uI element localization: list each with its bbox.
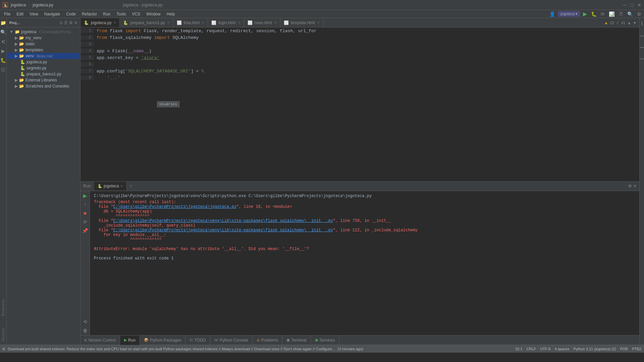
minimize-button[interactable]: ─ (623, 2, 627, 8)
account-button[interactable]: jogoteca ▾ (558, 11, 580, 17)
settings-icon[interactable]: ⚙ (636, 11, 643, 17)
tree-item-venv[interactable]: ▶ 📂 venv library root (7, 53, 80, 59)
tree-item-jogoteca-py[interactable]: 🐍 jogoteca.py (7, 59, 80, 65)
tree-item-my_venv[interactable]: ▶ 📂 my_venv (7, 35, 80, 41)
bookmarks-label[interactable]: Bookmarks (0, 298, 6, 317)
menu-file[interactable]: File (1, 11, 13, 17)
debug-icon[interactable]: 🐛 (590, 11, 598, 17)
search-icon[interactable]: 🔍 (626, 11, 634, 17)
tab-close[interactable]: ✕ (274, 21, 277, 24)
svg-text:🐍: 🐍 (4, 3, 8, 7)
run-settings-icon[interactable]: ⚙ (628, 184, 632, 188)
run-trash-icon[interactable]: 🗑 (82, 327, 88, 334)
run-stop-icon[interactable]: ■ (83, 210, 87, 217)
run-config-icon[interactable]: ⟳ (599, 11, 606, 17)
menu-view[interactable]: View (27, 11, 41, 17)
collapse-icon[interactable]: ▼ (633, 21, 637, 25)
tree-item-external[interactable]: ▶ 📂 External Libraries (7, 77, 80, 83)
run-up-icon[interactable]: ↑ (83, 201, 87, 208)
run-play-icon[interactable]: ▶ (83, 192, 88, 199)
tab-python-console[interactable]: ≫ Python Console (210, 336, 253, 345)
tree-settings-icon[interactable]: ⚙ (69, 20, 73, 25)
find-icon[interactable]: 🔍 (0, 29, 7, 36)
expand-icon[interactable]: ▲ (627, 21, 631, 25)
menu-edit[interactable]: Edit (14, 11, 26, 17)
user-icon[interactable]: 👤 (548, 11, 556, 17)
run-panel: Run: 🐍 jogoteca ✕ + ⚙ ✕ ▶ ↑ (80, 181, 639, 336)
run-pin-icon[interactable]: 📌 (82, 227, 89, 234)
project-icon[interactable]: 📁 (0, 19, 7, 26)
tab-todo[interactable]: ☑ TODO (185, 336, 210, 345)
tab-run[interactable]: ▶ Run (120, 336, 140, 345)
python-version[interactable]: Python 3.11 (jogoteca) (2) (573, 347, 616, 351)
tab-close[interactable]: ✕ (317, 21, 320, 24)
tree-item-scratches[interactable]: ▶ 📂 Scratches and Consoles (7, 83, 80, 89)
add-run-tab[interactable]: + (128, 183, 134, 189)
tab-close[interactable]: ✕ (202, 21, 204, 24)
tab-template-html[interactable]: ⬜ template.html ✕ (280, 18, 323, 27)
menu-window[interactable]: Window (144, 11, 163, 17)
menu-help[interactable]: Help (164, 11, 178, 17)
tab-python-packages[interactable]: 📦 Python Packages (140, 336, 185, 345)
right-sidebar-line2[interactable]: — (640, 34, 644, 38)
right-sidebar-line1[interactable]: | (641, 21, 642, 25)
tab-problems[interactable]: ⚠ Problems (253, 336, 283, 345)
menu-vcs[interactable]: VCS (129, 11, 143, 17)
tab-login-html[interactable]: ⬜ login.html ✕ (208, 18, 244, 27)
menu-run[interactable]: Run (100, 11, 113, 17)
menu-navigate[interactable]: Navigate (42, 11, 63, 17)
app-name: jogoteca (11, 3, 26, 7)
menu-tools[interactable]: Tools (114, 11, 128, 17)
run-tab-jogoteca[interactable]: 🐍 jogoteca ✕ (94, 182, 126, 190)
debug-sidebar-icon[interactable]: 🐛 (0, 57, 7, 64)
tree-item-prepara-banco-py[interactable]: 🐍 prepara_banco1.py (7, 71, 80, 77)
right-sidebar-line3[interactable]: — (640, 45, 644, 50)
line-number: 2 (80, 35, 94, 40)
run-rerun-icon[interactable]: ⟳ (83, 219, 88, 225)
run-icon[interactable]: ▶ (1, 48, 6, 54)
file-link-1[interactable]: C:\Users\gilbe\PycharmProjects\jogoteca\… (113, 204, 236, 209)
tab-close[interactable]: ✕ (113, 21, 116, 24)
tab-close[interactable]: ✕ (167, 21, 170, 24)
tab-terminal[interactable]: ▣ Terminal (282, 336, 311, 345)
tab-novo-html[interactable]: ⬜ novo.html ✕ (244, 18, 280, 27)
traceback-line3: ^^^^^^^^^^^^^^ (94, 214, 635, 219)
run-wrap-icon[interactable]: ⟲ (83, 318, 88, 325)
run-tab-close[interactable]: ✕ (120, 184, 123, 188)
tree-item-templates[interactable]: ▶ 📂 templates (7, 47, 80, 53)
tree-item-segredo-py[interactable]: 🐍 segredo.py (7, 65, 80, 71)
editor-content[interactable]: 1 from flask import Flask, render_templa… (80, 27, 639, 181)
todo-icon[interactable]: ☑ (0, 66, 6, 73)
code-content: from flask import Flask, render_template… (94, 28, 316, 34)
line-number: 5 (80, 55, 94, 60)
file-link-3[interactable]: C:\Users\gilbe\PycharmProjects\jogoteca\… (113, 228, 333, 233)
folder-icon: 📁 (15, 29, 20, 34)
tab-services[interactable]: ◉ Services (311, 336, 339, 345)
tab-lista-html[interactable]: ⬜ lista.html ✕ (173, 18, 208, 27)
vcs-icon[interactable]: ⑆ (1, 38, 5, 45)
menu-code[interactable]: Code (63, 11, 78, 17)
tab-jogoteca-py[interactable]: 🐍 jogoteca.py ✕ (80, 18, 120, 27)
close-button[interactable]: ✕ (637, 2, 641, 8)
maximize-button[interactable]: □ (631, 2, 633, 8)
locate-file-icon[interactable]: ⊙ (59, 20, 63, 25)
title-bar-controls[interactable]: ─ □ ✕ (623, 2, 641, 8)
tab-prepara-banco[interactable]: 🐍 prepara_banco1.py ✕ (120, 18, 173, 27)
close-tree-icon[interactable]: ✕ (74, 20, 77, 25)
main-container: 📁 🔍 ⑆ ▶ 🐛 ☑ Bookmarks Structure Proj... … (0, 18, 644, 345)
tree-item-static[interactable]: ▶ 📂 static (7, 41, 80, 47)
file-link-2[interactable]: C:\Users\gilbe\PycharmProjects\jogoteca\… (113, 219, 333, 223)
tab-version-control[interactable]: ⑆ Version Control (80, 336, 120, 345)
tree-item-jogoteca[interactable]: ▼ 📁 jogoteca C:\Users\gilbe\Pycha... (7, 29, 80, 35)
run-collapse-icon[interactable]: ✕ (633, 184, 637, 188)
structure-label[interactable]: Structure (0, 327, 6, 343)
coverage-icon[interactable]: 📊 (607, 11, 616, 17)
tab-close[interactable]: ✕ (238, 21, 240, 24)
profile-icon[interactable]: ⏱ (617, 11, 625, 17)
right-sidebar-line4[interactable]: — (640, 56, 644, 61)
menu-refactor[interactable]: Refactor (79, 11, 100, 17)
check-count: 41 (621, 21, 625, 25)
tab-label: lista.html (184, 20, 200, 25)
collapse-all-icon[interactable]: ☰ (64, 20, 68, 25)
run-green-button[interactable]: ▶ (582, 10, 588, 18)
